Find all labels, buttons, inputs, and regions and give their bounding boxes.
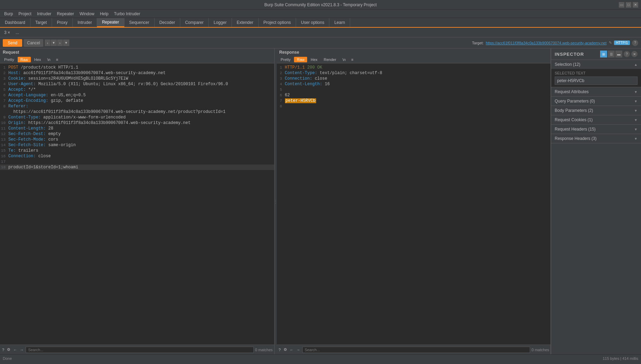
- maximize-button[interactable]: □: [626, 2, 631, 8]
- request-line-3: 3 Cookie: session=s2R4U6UOMVdXE5gBLOlOBR…: [0, 76, 274, 81]
- request-tab-newline[interactable]: \n: [44, 57, 53, 62]
- tab-user-options[interactable]: User options: [296, 18, 329, 27]
- tab-sequencer[interactable]: Sequencer: [124, 18, 155, 27]
- inspector-panel: INSPECTOR ⊞ ☰ ▬ ? ✕ Selection (12) ▲ SEL…: [551, 48, 641, 354]
- inspector-help-button[interactable]: ?: [624, 51, 630, 57]
- response-tab-raw[interactable]: Raw: [294, 57, 307, 62]
- menu-intruder[interactable]: Intruder: [34, 11, 54, 17]
- tab-logger[interactable]: Logger: [209, 18, 232, 27]
- response-line-3: 3 Connection: close: [277, 76, 551, 81]
- tab-project-options[interactable]: Project options: [259, 18, 296, 27]
- target-url[interactable]: https://acc61f011f3f8a34c0a133b900670074…: [486, 41, 606, 45]
- request-search-bar: ? ⚙ ← → 0 matches: [0, 345, 274, 354]
- send-button[interactable]: Send: [3, 39, 22, 47]
- inspector-section-response-headers-title: Response Headers (3): [555, 136, 597, 141]
- next-dropdown-button[interactable]: ▾: [63, 39, 69, 46]
- request-line-16: 15 Te: trailers: [0, 148, 274, 153]
- target-prefix: Target:: [472, 41, 484, 45]
- repeater-tab-more[interactable]: ...: [13, 29, 22, 36]
- prev-button[interactable]: ‹: [45, 39, 50, 46]
- request-search-next-button[interactable]: →: [19, 347, 24, 353]
- request-tab-menu[interactable]: ≡: [54, 57, 60, 62]
- main-tab-bar: Dashboard Target Proxy Intruder Repeater…: [0, 18, 641, 28]
- request-panel-header: Request: [0, 48, 274, 56]
- request-line-2: 2 Host: acc61f011f3f8a34c0a133b900670074…: [0, 70, 274, 76]
- view-compact-button[interactable]: ▬: [615, 51, 622, 57]
- inspector-section-response-headers-header[interactable]: Response Headers (3) ▼: [551, 134, 641, 143]
- inspector-section-query-params-header[interactable]: Query Parameters (0) ▼: [551, 97, 641, 106]
- tab-learn[interactable]: Learn: [329, 18, 350, 27]
- inspector-close-button[interactable]: ✕: [631, 51, 638, 57]
- menu-help[interactable]: Help: [97, 11, 111, 17]
- status-right: 115 bytes | 414 millis: [603, 356, 638, 361]
- cancel-button[interactable]: Cancel: [24, 39, 43, 47]
- response-search-settings-button[interactable]: ⚙: [283, 347, 288, 353]
- menu-project[interactable]: Project: [16, 11, 34, 17]
- inspector-section-request-headers-arrow: ▼: [634, 127, 638, 131]
- tab-proxy[interactable]: Proxy: [52, 18, 73, 27]
- request-search-input[interactable]: [26, 347, 254, 353]
- edit-target-icon[interactable]: ✎: [609, 41, 612, 45]
- status-bar: Done 115 bytes | 414 millis: [0, 354, 641, 362]
- response-search-input[interactable]: [302, 347, 530, 353]
- inspector-section-selection-title: Selection (12): [555, 62, 580, 67]
- inspector-section-request-cookies-header[interactable]: Request Cookies (1) ▼: [551, 115, 641, 124]
- minimize-button[interactable]: —: [619, 2, 624, 8]
- response-search-prev-button[interactable]: ←: [289, 347, 294, 353]
- tab-extender[interactable]: Extender: [232, 18, 259, 27]
- request-line-19: 18 productId=1&storeId=1;whoami: [0, 165, 274, 170]
- inspector-section-selection: Selection (12) ▲ SELECTED TEXT peter-H5R…: [551, 60, 641, 87]
- response-tab-newline[interactable]: \n: [340, 57, 348, 62]
- response-tab-render[interactable]: Render: [321, 57, 339, 62]
- request-tab-hex[interactable]: Hex: [32, 57, 44, 62]
- close-button[interactable]: ✕: [633, 2, 638, 8]
- inspector-section-body-params: Body Parameters (2) ▼: [551, 106, 641, 115]
- view-list-button[interactable]: ☰: [608, 51, 615, 57]
- request-line-7: 7 Accept-Encoding: gzip, deflate: [0, 98, 274, 104]
- tab-target[interactable]: Target: [31, 18, 52, 27]
- http-version-badge[interactable]: HTTP/1: [614, 41, 630, 45]
- request-code-area: 1 POST /product/stock HTTP/1.1 2 Host: a…: [0, 63, 274, 345]
- request-search-help-button[interactable]: ?: [1, 347, 5, 353]
- inspector-header: INSPECTOR ⊞ ☰ ▬ ? ✕: [551, 48, 641, 60]
- tab-dashboard[interactable]: Dashboard: [0, 18, 31, 27]
- menu-turbo-intruder[interactable]: Turbo Intruder: [111, 11, 143, 17]
- tab-intruder[interactable]: Intruder: [73, 18, 97, 27]
- menu-repeater[interactable]: Repeater: [54, 11, 77, 17]
- menu-burp[interactable]: Burp: [1, 11, 16, 17]
- tab-comparer[interactable]: Comparer: [180, 18, 209, 27]
- repeater-tab-3[interactable]: 3 ×: [1, 29, 13, 36]
- request-line-13: 12 Sec-Fetch-Dest: empty: [0, 131, 274, 137]
- inspector-section-body-params-header[interactable]: Body Parameters (2) ▼: [551, 106, 641, 115]
- request-search-prev-button[interactable]: ←: [12, 347, 18, 353]
- inspector-section-request-headers-header[interactable]: Request Headers (15) ▼: [551, 125, 641, 134]
- tab-decoder[interactable]: Decoder: [155, 18, 180, 27]
- request-line-8: 8 Referer:: [0, 104, 274, 109]
- response-tab-menu[interactable]: ≡: [349, 57, 355, 62]
- response-tab-pretty[interactable]: Pretty: [278, 57, 294, 62]
- inspector-section-query-params: Query Parameters (0) ▼: [551, 97, 641, 106]
- request-tab-raw[interactable]: Raw: [18, 57, 31, 62]
- request-line-6: 6 Accept-Language: en-US,en;q=0.5: [0, 92, 274, 98]
- inspector-section-selection-header[interactable]: Selection (12) ▲: [551, 60, 641, 69]
- tab-repeater[interactable]: Repeater: [97, 18, 124, 27]
- next-button[interactable]: ›: [57, 39, 63, 46]
- request-tab-pretty[interactable]: Pretty: [1, 57, 17, 62]
- response-tab-hex[interactable]: Hex: [308, 57, 320, 62]
- view-grid-button[interactable]: ⊞: [600, 51, 607, 57]
- help-button[interactable]: ?: [632, 40, 638, 46]
- selected-text-value: peter-H5RVCb: [555, 77, 638, 85]
- inspector-section-request-attributes-header[interactable]: Request Attributes ▼: [551, 87, 641, 96]
- request-line-1: 1 POST /product/stock HTTP/1.1: [0, 65, 274, 70]
- prev-dropdown-button[interactable]: ▾: [51, 39, 57, 46]
- request-match-count: 0 matches: [255, 348, 273, 352]
- response-search-bar: ? ⚙ ← → 0 matches: [277, 345, 551, 354]
- inspector-view-buttons: ⊞ ☰ ▬: [600, 51, 622, 57]
- inspector-section-request-headers-title: Request Headers (15): [555, 127, 596, 132]
- menu-window[interactable]: Window: [77, 11, 97, 17]
- request-search-settings-button[interactable]: ⚙: [6, 347, 11, 353]
- response-search-next-button[interactable]: →: [296, 347, 301, 353]
- request-line-4: 4 User-Agent: Mozilla/5.0 (X11; Ubuntu; …: [0, 81, 274, 87]
- request-panel: Request Pretty Raw Hex \n ≡ 1 POST /prod…: [0, 48, 275, 354]
- response-search-help-button[interactable]: ?: [278, 347, 281, 353]
